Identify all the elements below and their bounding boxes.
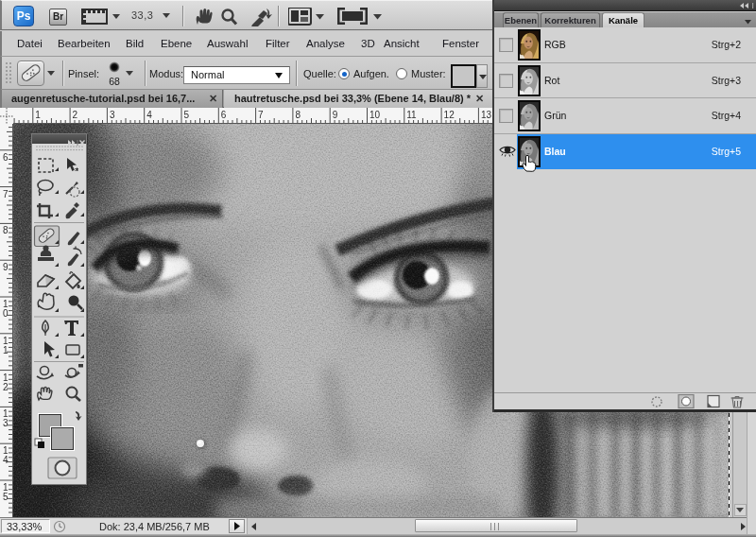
svg-text:4: 4	[3, 455, 9, 465]
svg-text:8: 8	[295, 110, 301, 120]
svg-text:5: 5	[184, 110, 190, 120]
svg-text:12: 12	[444, 110, 455, 120]
svg-text:8: 8	[3, 225, 9, 235]
svg-text:6: 6	[221, 110, 227, 120]
svg-text:7: 7	[3, 189, 9, 199]
svg-text:9: 9	[333, 110, 338, 120]
svg-text:13: 13	[481, 110, 492, 120]
svg-text:1: 1	[35, 110, 41, 120]
svg-text:10: 10	[369, 110, 381, 120]
svg-text:11: 11	[406, 110, 417, 120]
svg-text:7: 7	[258, 110, 264, 120]
svg-text:5: 5	[3, 492, 9, 502]
svg-text:4: 4	[146, 110, 152, 120]
svg-text:6: 6	[3, 152, 9, 163]
svg-text:1: 1	[3, 345, 9, 355]
svg-text:2: 2	[3, 382, 9, 392]
svg-text:9: 9	[3, 262, 9, 272]
svg-text:3: 3	[110, 110, 115, 120]
svg-text:3: 3	[3, 418, 9, 428]
svg-text:2: 2	[73, 110, 78, 120]
svg-text:0: 0	[3, 308, 9, 319]
